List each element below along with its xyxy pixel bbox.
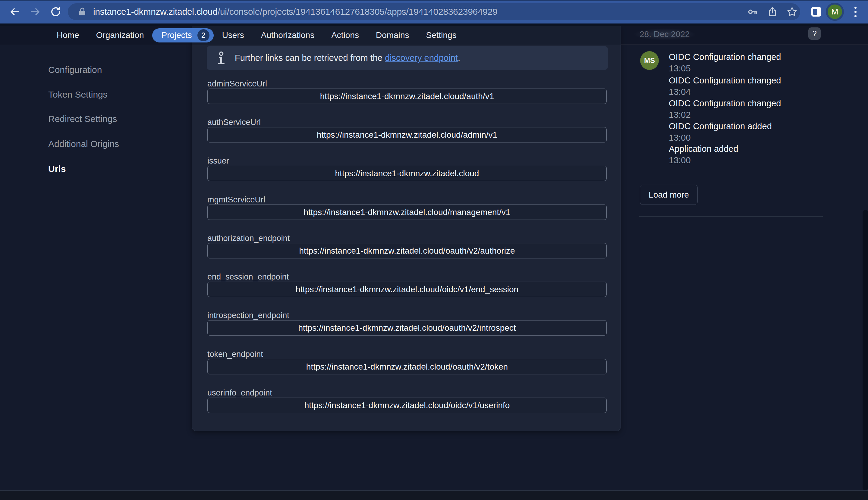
- field-authorization-endpoint: authorization_endpoint https://instance1…: [207, 234, 607, 259]
- field-label: authorization_endpoint: [207, 234, 290, 243]
- tab-home[interactable]: Home: [57, 31, 79, 40]
- back-button[interactable]: [8, 5, 22, 19]
- introspection-endpoint-input[interactable]: https://instance1-dkmnzw.zitadel.cloud/o…: [207, 320, 607, 336]
- event-title: Application added: [669, 144, 738, 154]
- event-time: 13:00: [669, 133, 772, 143]
- url-text: instance1-dkmnzw.zitadel.cloud/ui/consol…: [93, 3, 498, 20]
- zitadel-console-page: Further links can be retrieved from the …: [0, 0, 868, 500]
- field-label: adminServiceUrl: [207, 79, 267, 89]
- tab-projects[interactable]: Projects 2: [152, 28, 213, 43]
- timeline-avatar: MS: [640, 51, 659, 70]
- mgmtserviceurl-input[interactable]: https://instance1-dkmnzw.zitadel.cloud/m…: [207, 205, 607, 220]
- field-label: authServiceUrl: [207, 118, 261, 127]
- field-label: mgmtServiceUrl: [207, 195, 265, 205]
- timeline-event: OIDC Configuration changed 13:05: [669, 52, 781, 73]
- reload-icon: [49, 5, 63, 19]
- event-title: OIDC Configuration changed: [669, 76, 781, 86]
- info-icon: [215, 51, 227, 65]
- event-time: 13:04: [669, 87, 781, 97]
- page-footer: [0, 491, 868, 500]
- toolbar-bottom-edge: [0, 23, 868, 26]
- authserviceurl-input[interactable]: https://instance1-dkmnzw.zitadel.cloud/a…: [207, 127, 607, 143]
- tab-settings[interactable]: Settings: [426, 31, 457, 40]
- field-authserviceurl: authServiceUrl https://instance1-dkmnzw.…: [207, 118, 607, 143]
- sidebar-item-token-settings[interactable]: Token Settings: [48, 90, 108, 100]
- tab-authorizations[interactable]: Authorizations: [261, 31, 314, 40]
- timeline-event: OIDC Configuration changed 13:02: [669, 99, 781, 120]
- tab-organization[interactable]: Organization: [96, 31, 144, 40]
- field-introspection-endpoint: introspection_endpoint https://instance1…: [207, 311, 607, 336]
- issuer-input[interactable]: https://instance1-dkmnzw.zitadel.cloud: [207, 166, 607, 181]
- field-token-endpoint: token_endpoint https://instance1-dkmnzw.…: [207, 350, 607, 375]
- tab-actions[interactable]: Actions: [331, 31, 359, 40]
- userinfo-endpoint-input[interactable]: https://instance1-dkmnzw.zitadel.cloud/o…: [207, 398, 607, 413]
- side-panel-icon[interactable]: [811, 7, 821, 16]
- authorization-endpoint-input[interactable]: https://instance1-dkmnzw.zitadel.cloud/o…: [207, 243, 607, 259]
- timeline-event: OIDC Configuration changed 13:04: [669, 76, 781, 97]
- browser-menu-icon[interactable]: [852, 5, 859, 19]
- field-issuer: issuer https://instance1-dkmnzw.zitadel.…: [207, 156, 607, 182]
- event-title: OIDC Configuration changed: [669, 99, 781, 109]
- lock-icon[interactable]: [77, 6, 88, 17]
- field-label: end_session_endpoint: [207, 272, 289, 282]
- browser-toolbar: instance1-dkmnzw.zitadel.cloud/ui/consol…: [0, 0, 868, 23]
- adminserviceurl-input[interactable]: https://instance1-dkmnzw.zitadel.cloud/a…: [207, 89, 607, 104]
- timeline-top-divider: [621, 44, 868, 45]
- info-text: Further links can be retrieved from the …: [235, 53, 460, 63]
- sidebar-item-configuration[interactable]: Configuration: [48, 65, 102, 75]
- end-session-endpoint-input[interactable]: https://instance1-dkmnzw.zitadel.cloud/o…: [207, 282, 607, 297]
- field-label: userinfo_endpoint: [207, 388, 272, 398]
- sidebar-item-urls[interactable]: Urls: [48, 164, 66, 174]
- field-label: token_endpoint: [207, 350, 263, 359]
- timeline-event: Application added 13:00: [669, 144, 738, 166]
- field-adminserviceurl: adminServiceUrl https://instance1-dkmnzw…: [207, 79, 607, 104]
- event-title: OIDC Configuration added: [669, 121, 772, 131]
- sidebar-item-additional-origins[interactable]: Additional Origins: [48, 139, 119, 149]
- tab-domains[interactable]: Domains: [376, 31, 409, 40]
- timeline-event: OIDC Configuration added 13:00: [669, 121, 772, 143]
- token-endpoint-input[interactable]: https://instance1-dkmnzw.zitadel.cloud/o…: [207, 359, 607, 374]
- event-time: 13:05: [669, 64, 781, 73]
- sidebar-item-redirect-settings[interactable]: Redirect Settings: [48, 114, 117, 124]
- event-time: 13:00: [669, 156, 738, 166]
- top-nav: Home Organization Projects 2 Users Autho…: [0, 26, 868, 45]
- event-time: 13:02: [669, 110, 781, 120]
- discovery-info-banner: Further links can be retrieved from the …: [207, 46, 608, 70]
- field-label: introspection_endpoint: [207, 311, 289, 320]
- address-bar[interactable]: instance1-dkmnzw.zitadel.cloud/ui/consol…: [68, 3, 800, 20]
- timeline-date-header: 28. Dec 2022: [634, 28, 695, 41]
- key-icon[interactable]: [747, 6, 758, 17]
- share-icon[interactable]: [767, 6, 778, 17]
- field-label: issuer: [207, 156, 229, 166]
- browser-profile-avatar[interactable]: M: [827, 4, 842, 19]
- timeline-bottom-divider: [639, 216, 823, 217]
- projects-count-badge: 2: [197, 29, 210, 41]
- field-userinfo-endpoint: userinfo_endpoint https://instance1-dkmn…: [207, 388, 607, 413]
- load-more-button[interactable]: Load more: [640, 185, 698, 205]
- event-title: OIDC Configuration changed: [669, 52, 781, 62]
- page-scrollbar-thumb[interactable]: [863, 210, 868, 490]
- field-mgmtserviceurl: mgmtServiceUrl https://instance1-dkmnzw.…: [207, 195, 607, 220]
- star-icon[interactable]: [787, 6, 798, 17]
- field-end-session-endpoint: end_session_endpoint https://instance1-d…: [207, 272, 607, 298]
- back-icon: [9, 5, 21, 18]
- tab-users[interactable]: Users: [222, 31, 244, 40]
- discovery-endpoint-link[interactable]: discovery endpoint: [385, 53, 458, 62]
- help-button[interactable]: ?: [808, 27, 821, 40]
- forward-icon: [29, 5, 42, 18]
- urls-card: Further links can be retrieved from the …: [192, 26, 621, 431]
- forward-button[interactable]: [28, 5, 42, 19]
- reload-button[interactable]: [49, 5, 63, 19]
